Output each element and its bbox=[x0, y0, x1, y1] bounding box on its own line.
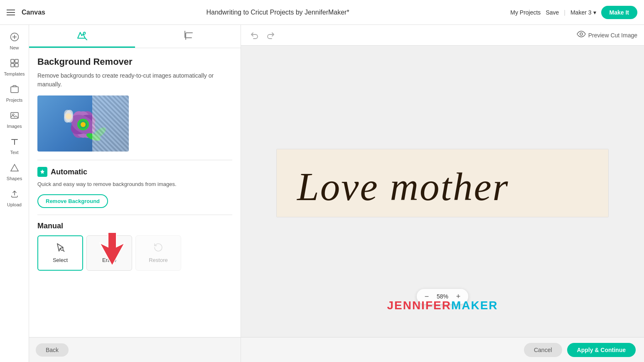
redo-button[interactable] bbox=[264, 29, 278, 42]
canvas-viewport[interactable]: Love mother − 58% + JENNIFERMAKER bbox=[241, 46, 644, 337]
preview-cut-button[interactable]: Preview Cut Image bbox=[577, 31, 637, 39]
restore-tool-button: Restore bbox=[135, 235, 181, 271]
menu-icon[interactable] bbox=[7, 10, 15, 15]
chevron-down-icon: ▾ bbox=[593, 9, 596, 16]
erase-icon bbox=[104, 242, 114, 254]
sidebar-item-projects-label: Projects bbox=[6, 98, 23, 103]
sidebar-item-projects[interactable]: Projects bbox=[0, 81, 29, 106]
automatic-title: Automatic bbox=[51, 168, 87, 176]
shapes-icon bbox=[10, 163, 19, 174]
svg-point-19 bbox=[81, 122, 86, 127]
tab-bar bbox=[29, 25, 241, 48]
section-description: Remove backgrounds to create ready-to-cu… bbox=[37, 71, 232, 89]
automatic-header: Automatic bbox=[37, 167, 232, 177]
manual-tools: Select Erase bbox=[37, 235, 232, 271]
eye-icon bbox=[577, 31, 586, 39]
brand-banner: JENNIFERMAKER bbox=[387, 299, 498, 312]
svg-rect-5 bbox=[11, 64, 14, 67]
sidebar-item-text[interactable]: Text bbox=[0, 134, 29, 158]
canvas-toolbar-right: Preview Cut Image bbox=[577, 31, 637, 39]
flower-preview-image bbox=[37, 95, 129, 152]
sidebar-item-new-label: New bbox=[10, 45, 19, 50]
restore-icon bbox=[153, 242, 163, 254]
brand-jennifer: JENNIFER bbox=[387, 299, 451, 312]
make-it-button[interactable]: Make It bbox=[601, 6, 637, 19]
projects-icon bbox=[10, 85, 19, 96]
divider-2 bbox=[37, 215, 232, 215]
canvas-toolbar-left bbox=[248, 29, 278, 42]
select-icon bbox=[55, 242, 65, 254]
maker-selector[interactable]: Maker 3 ▾ bbox=[570, 9, 596, 16]
automatic-icon bbox=[37, 167, 47, 177]
header: Canvas Handwriting to Cricut Projects by… bbox=[0, 0, 644, 25]
svg-point-11 bbox=[84, 32, 86, 34]
canvas-toolbar: Preview Cut Image bbox=[241, 25, 644, 46]
templates-icon bbox=[10, 59, 19, 70]
brand-text: JENNIFERMAKER bbox=[387, 299, 498, 312]
svg-rect-4 bbox=[15, 59, 18, 63]
apply-continue-button[interactable]: Apply & Continue bbox=[567, 343, 636, 357]
preview-cut-label: Preview Cut Image bbox=[588, 32, 637, 39]
sidebar-item-shapes-label: Shapes bbox=[7, 176, 22, 181]
icon-sidebar: New Templates Projects bbox=[0, 25, 29, 362]
svg-point-26 bbox=[580, 33, 583, 35]
sidebar-item-text-label: Text bbox=[10, 150, 18, 155]
select-tool-label: Select bbox=[53, 257, 68, 263]
header-left: Canvas bbox=[7, 9, 45, 16]
tab-background-remover[interactable] bbox=[29, 25, 135, 48]
my-projects-button[interactable]: My Projects bbox=[510, 9, 541, 16]
page-title: Handwriting to Cricut Projects by Jennif… bbox=[206, 9, 349, 16]
bottom-action-bar: Cancel Apply & Continue bbox=[241, 337, 644, 362]
sidebar-item-upload-label: Upload bbox=[7, 202, 22, 207]
tab-crop[interactable] bbox=[135, 25, 241, 48]
sidebar-item-templates[interactable]: Templates bbox=[0, 55, 29, 80]
text-icon bbox=[10, 137, 19, 148]
header-divider: | bbox=[564, 9, 565, 16]
svg-rect-3 bbox=[11, 59, 14, 63]
handwriting-image: Love mother bbox=[276, 149, 609, 218]
svg-rect-6 bbox=[15, 64, 18, 67]
erase-tool-button[interactable]: Erase bbox=[86, 235, 132, 271]
section-title: Background Remover bbox=[37, 56, 232, 67]
cancel-button[interactable]: Cancel bbox=[524, 343, 562, 357]
svg-rect-7 bbox=[11, 87, 18, 93]
svg-rect-8 bbox=[11, 113, 18, 118]
automatic-description: Quick and easy way to remove backgrounds… bbox=[37, 180, 232, 188]
erase-tool-label: Erase bbox=[102, 257, 116, 263]
save-button[interactable]: Save bbox=[546, 9, 559, 16]
panel-bottom-bar: Back bbox=[29, 337, 241, 362]
sidebar-item-templates-label: Templates bbox=[4, 71, 25, 76]
svg-point-24 bbox=[66, 113, 71, 119]
svg-text:Love mother: Love mother bbox=[296, 164, 509, 208]
images-icon bbox=[10, 111, 19, 122]
canvas-area: Preview Cut Image Love mother − 58% + bbox=[241, 25, 644, 362]
canvas-label: Canvas bbox=[22, 9, 45, 16]
sidebar-item-new[interactable]: New bbox=[0, 29, 29, 54]
select-tool-button[interactable]: Select bbox=[37, 235, 83, 271]
remove-background-button[interactable]: Remove Background bbox=[37, 194, 108, 208]
maker-label: Maker 3 bbox=[570, 9, 592, 16]
undo-button[interactable] bbox=[248, 29, 261, 42]
svg-point-9 bbox=[12, 114, 14, 115]
restore-tool-label: Restore bbox=[149, 257, 168, 263]
brand-maker: MAKER bbox=[451, 299, 498, 312]
upload-icon bbox=[10, 189, 19, 201]
tools-panel: Background Remover Remove backgrounds to… bbox=[29, 25, 241, 362]
sidebar-item-images[interactable]: Images bbox=[0, 108, 29, 132]
manual-title: Manual bbox=[37, 222, 232, 230]
svg-point-20 bbox=[92, 125, 108, 140]
panel-content: Background Remover Remove backgrounds to… bbox=[29, 48, 241, 337]
back-button[interactable]: Back bbox=[36, 343, 69, 357]
main-area: New Templates Projects bbox=[0, 25, 644, 362]
svg-marker-10 bbox=[11, 164, 18, 171]
sidebar-item-shapes[interactable]: Shapes bbox=[0, 160, 29, 184]
sidebar-item-images-label: Images bbox=[7, 124, 22, 129]
sidebar-item-upload[interactable]: Upload bbox=[0, 186, 29, 210]
divider-1 bbox=[37, 160, 232, 160]
new-icon bbox=[10, 32, 19, 44]
handwriting-container: Love mother bbox=[276, 149, 609, 218]
header-right: My Projects Save | Maker 3 ▾ Make It bbox=[510, 6, 637, 19]
